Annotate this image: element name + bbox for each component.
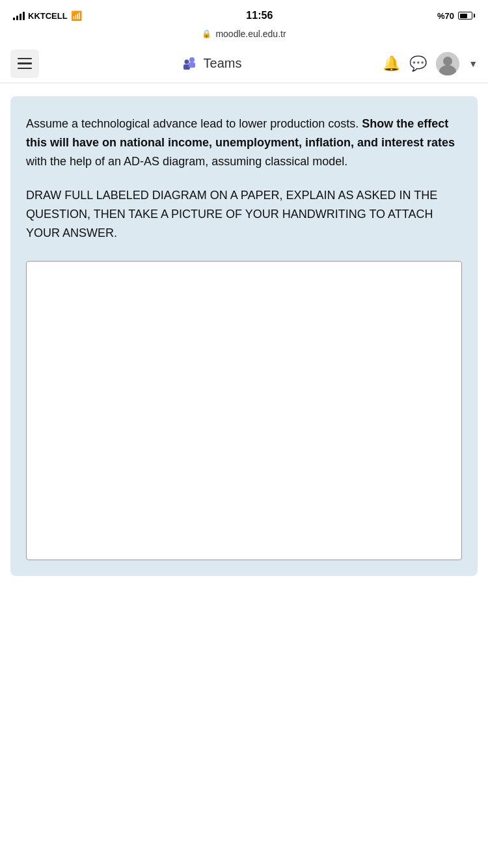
hamburger-line-1 — [18, 58, 32, 60]
svg-point-1 — [189, 57, 195, 62]
hamburger-line-2 — [18, 62, 32, 64]
svg-point-2 — [184, 59, 189, 64]
instruction-text: DRAW FULL LABELED DIAGRAM ON A PAPER, EX… — [26, 186, 462, 242]
chevron-down-icon[interactable]: ▼ — [468, 59, 478, 69]
signal-bars-icon — [13, 11, 25, 20]
battery-percent-label: %70 — [437, 11, 454, 21]
avatar[interactable] — [436, 52, 459, 75]
battery-icon — [458, 12, 475, 20]
status-left: KKTCELL 📶 — [13, 10, 82, 21]
main-content: Assume a technological advance lead to l… — [0, 83, 488, 589]
wifi-icon: 📶 — [71, 10, 82, 21]
hamburger-menu-button[interactable] — [10, 49, 39, 78]
carrier-label: KKTCELL — [28, 11, 68, 21]
svg-rect-4 — [189, 62, 195, 68]
nav-center: Teams — [180, 55, 242, 73]
teams-title: Teams — [204, 56, 242, 71]
teams-logo-icon — [180, 55, 198, 73]
answer-upload-box[interactable] — [26, 261, 462, 560]
nav-bar: Teams 🔔 💬 ▼ — [0, 44, 488, 83]
clock: 11:56 — [246, 10, 273, 21]
status-right: %70 — [437, 11, 475, 21]
status-bar: KKTCELL 📶 11:56 %70 — [0, 0, 488, 29]
svg-point-6 — [443, 57, 452, 66]
question-text: Assume a technological advance lead to l… — [26, 115, 462, 170]
hamburger-line-3 — [18, 68, 32, 70]
chat-bubble-icon[interactable]: 💬 — [409, 55, 427, 72]
lock-icon: 🔒 — [202, 29, 211, 38]
question-card: Assume a technological advance lead to l… — [10, 96, 478, 576]
url-text: moodle.eul.edu.tr — [215, 29, 286, 39]
avatar-icon — [436, 52, 459, 75]
notification-bell-icon[interactable]: 🔔 — [383, 55, 400, 72]
question-intro: Assume a technological advance lead to l… — [26, 117, 362, 130]
question-mid: with the help of an AD-AS diagram, assum… — [26, 155, 347, 168]
nav-icons: 🔔 💬 ▼ — [383, 52, 478, 75]
url-bar[interactable]: 🔒 moodle.eul.edu.tr — [0, 29, 488, 44]
